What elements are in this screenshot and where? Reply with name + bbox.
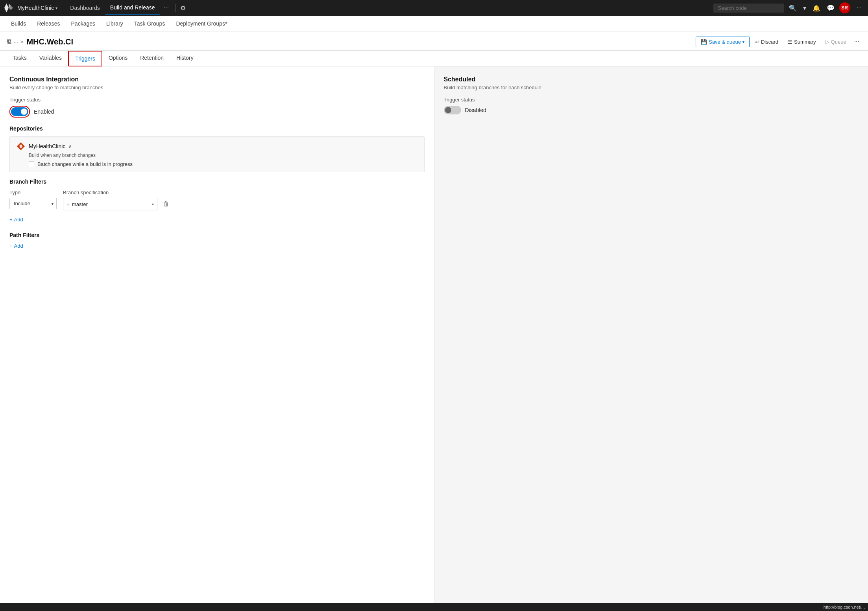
settings-icon[interactable]: ⚙ [179,3,187,13]
page-header: 🏗 ··· > MHC.Web.CI 💾 Save & queue ▾ ↩ Di… [0,31,868,51]
nav-builds[interactable]: Builds [6,17,31,30]
add-branch-label: Add [14,217,23,223]
nav-dashboards[interactable]: Dashboards [65,2,105,14]
tab-bar: Tasks Variables Triggers Options Retenti… [0,51,868,66]
ci-toggle-wrap [9,106,30,118]
avatar[interactable]: SR [839,2,850,13]
breadcrumb-separator: > [20,39,24,45]
top-nav-more-icon[interactable]: ··· [853,4,865,11]
nav-more-icon[interactable]: ··· [161,4,172,11]
repo-name: MyHealthClinic [29,143,65,149]
discard-label: Discard [761,39,778,45]
save-queue-label: Save & queue [709,39,741,45]
branch-icon: ⑂ [66,201,70,207]
scheduled-section-title: Scheduled [444,76,859,83]
discard-button[interactable]: ↩ Discard [751,37,782,47]
search-input[interactable] [713,4,784,13]
breadcrumb-dots[interactable]: ··· [14,39,18,45]
chevron-down-icon[interactable]: ▾ [802,3,808,13]
scheduled-trigger-toggle-row: Disabled [444,106,859,114]
repo-card-header: MyHealthClinic ∧ [16,142,418,151]
save-queue-button[interactable]: 💾 Save & queue ▾ [696,37,750,47]
page-title: MHC.Web.CI [26,37,73,46]
nav-deployment-groups[interactable]: Deployment Groups* [171,17,232,30]
scheduled-section-subtitle: Build matching branches for each schedul… [444,85,859,90]
type-label: Type [9,190,57,195]
add-branch-plus-icon: + [9,217,13,223]
save-icon: 💾 [701,39,707,45]
project-selector[interactable]: MyHealthClinic ▾ [17,5,57,11]
type-select-wrap: Include Exclude ▾ [9,198,57,209]
repositories-label: Repositories [9,125,425,132]
queue-button[interactable]: ▷ Queue [822,37,850,47]
tab-retention[interactable]: Retention [134,51,170,66]
type-select[interactable]: Include Exclude [9,198,57,209]
queue-play-icon: ▷ [826,39,829,45]
add-path-label: Add [14,243,23,249]
main-content: Continuous Integration Build every chang… [0,66,868,605]
branch-spec-input[interactable] [72,201,152,207]
breadcrumb: 🏗 ··· > [6,39,23,45]
tab-variables[interactable]: Variables [33,51,68,66]
nav-library[interactable]: Library [102,17,128,30]
notifications-icon[interactable]: 🔔 [811,3,822,13]
project-name: MyHealthClinic [17,5,54,11]
path-filters-section: Path Filters + Add [9,232,425,249]
nav-build-release[interactable]: Build and Release [105,1,160,15]
svg-rect-2 [20,145,22,148]
secondary-navigation: Builds Releases Packages Library Task Gr… [0,16,868,31]
scheduled-toggle[interactable] [444,106,461,114]
queue-label: Queue [831,39,846,45]
nav-releases[interactable]: Releases [32,17,65,30]
breadcrumb-icon: 🏗 [6,39,11,45]
ci-toggle-thumb [21,109,27,115]
top-nav-links: Dashboards Build and Release ··· [65,1,172,15]
top-nav-right: 🔍 ▾ 🔔 💬 SR ··· [713,2,865,13]
nav-packages[interactable]: Packages [66,17,100,30]
chat-icon[interactable]: 💬 [825,3,836,13]
app-logo [3,2,14,13]
ci-section-subtitle: Build every change to matching branches [9,85,425,90]
trigger-status-label: Trigger status [9,97,425,103]
type-filter-row: Include Exclude ▾ [9,198,57,209]
branch-spec-label: Branch specification [63,190,172,195]
repo-chevron-icon[interactable]: ∧ [68,144,72,149]
scheduled-toggle-thumb [445,107,451,113]
status-url: http://blog.csdn.net/... [824,605,865,605]
scheduled-trigger-status-label: Trigger status [444,97,859,103]
tab-tasks[interactable]: Tasks [6,51,33,66]
repo-subtitle: Build when any branch changes [29,153,418,158]
nav-task-groups[interactable]: Task Groups [129,17,170,30]
add-path-plus-icon: + [9,243,13,249]
tab-options[interactable]: Options [102,51,134,66]
repo-icon [16,142,26,151]
summary-button[interactable]: ☰ Summary [784,37,820,47]
tab-history[interactable]: History [170,51,200,66]
branch-spec-filter-row: ⑂ ▾ 🗑 [63,198,172,210]
discard-icon: ↩ [755,39,759,45]
ci-toggle-state: Enabled [34,109,54,115]
summary-icon: ☰ [788,39,792,45]
top-navigation: MyHealthClinic ▾ Dashboards Build and Re… [0,0,868,16]
batch-changes-label: Batch changes while a build is in progre… [37,161,133,167]
search-icon[interactable]: 🔍 [787,3,798,13]
project-chevron-icon: ▾ [55,6,57,10]
batch-changes-checkbox[interactable] [29,162,34,167]
branch-spec-chevron-icon[interactable]: ▾ [152,202,154,206]
header-actions: 💾 Save & queue ▾ ↩ Discard ☰ Summary ▷ Q… [696,36,862,47]
delete-branch-filter-button[interactable]: 🗑 [161,200,172,208]
left-panel: Continuous Integration Build every chang… [0,66,434,605]
branch-spec-wrap: ⑂ ▾ [63,198,157,210]
branch-filters-title: Branch Filters [9,179,425,185]
ci-toggle[interactable] [11,107,28,116]
path-filters-title: Path Filters [9,232,425,238]
summary-label: Summary [794,39,816,45]
branch-filters-section: Branch Filters Type Include Exclude ▾ [9,179,425,223]
status-bar: http://blog.csdn.net/... [0,603,868,605]
scheduled-toggle-state: Disabled [465,107,486,113]
save-queue-chevron-icon[interactable]: ▾ [742,40,744,44]
add-path-filter-link[interactable]: + Add [9,243,425,249]
header-more-button[interactable]: ··· [852,36,862,47]
add-branch-filter-link[interactable]: + Add [9,217,425,223]
tab-triggers[interactable]: Triggers [68,51,102,66]
